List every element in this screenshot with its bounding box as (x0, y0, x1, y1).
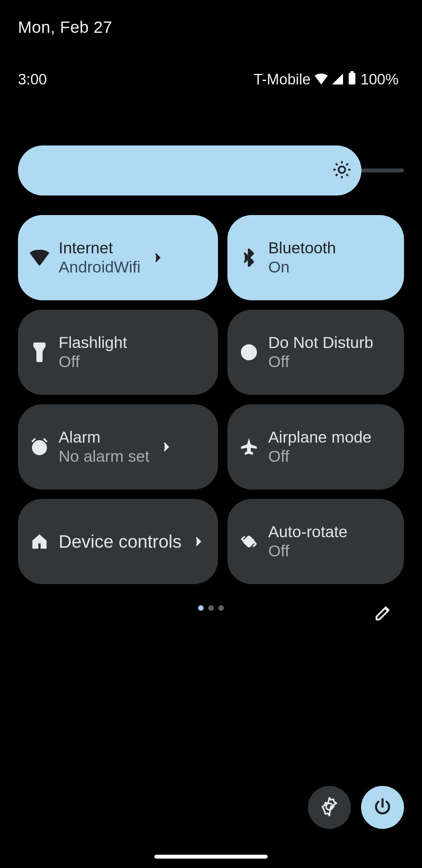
wifi-icon (28, 250, 51, 265)
home-icon (28, 533, 51, 551)
bluetooth-tile[interactable]: Bluetooth On (227, 215, 404, 300)
flashlight-subtitle: Off (59, 353, 127, 371)
dnd-title: Do Not Disturb (268, 334, 373, 352)
bluetooth-title: Bluetooth (268, 239, 336, 257)
page-dots[interactable] (198, 605, 224, 611)
quick-settings-grid: Internet AndroidWifi Bluetooth On Flashl… (18, 215, 404, 584)
power-icon (373, 797, 392, 818)
airplane-subtitle: Off (268, 447, 371, 466)
device-controls-tile[interactable]: Device controls (18, 499, 218, 584)
brightness-icon (333, 160, 351, 181)
auto-rotate-tile[interactable]: Auto-rotate Off (227, 499, 404, 584)
airplane-icon (238, 438, 260, 456)
flashlight-icon (28, 343, 51, 362)
bluetooth-icon (238, 248, 260, 267)
internet-title: Internet (59, 239, 141, 257)
settings-button[interactable] (308, 786, 351, 829)
battery-percent: 100% (361, 71, 399, 88)
clock-time: 3:00 (18, 71, 47, 88)
svg-point-12 (39, 353, 41, 355)
internet-tile[interactable]: Internet AndroidWifi (18, 215, 218, 300)
page-dot-3 (218, 605, 224, 611)
pencil-icon (374, 604, 392, 623)
brightness-slider[interactable] (18, 145, 404, 195)
dnd-tile[interactable]: Do Not Disturb Off (227, 310, 404, 395)
svg-rect-0 (349, 73, 355, 84)
svg-rect-11 (34, 343, 45, 347)
flashlight-tile[interactable]: Flashlight Off (18, 310, 218, 395)
auto-rotate-title: Auto-rotate (268, 523, 347, 541)
alarm-title: Alarm (59, 428, 149, 447)
cellular-status-icon (332, 71, 343, 88)
edit-tiles-button[interactable] (372, 603, 394, 625)
battery-status-icon (347, 71, 357, 88)
power-button[interactable] (361, 786, 404, 829)
status-right-cluster: T-Mobile 100% (254, 71, 399, 88)
airplane-title: Airplane mode (268, 428, 371, 447)
page-dot-2 (208, 605, 214, 611)
do-not-disturb-icon (238, 344, 260, 361)
gesture-nav-bar[interactable] (154, 855, 268, 859)
auto-rotate-subtitle: Off (268, 542, 347, 560)
airplane-mode-tile[interactable]: Airplane mode Off (227, 404, 404, 490)
chevron-right-icon[interactable] (157, 441, 176, 452)
device-controls-title: Device controls (59, 531, 181, 552)
dnd-subtitle: Off (268, 353, 373, 371)
svg-line-10 (347, 163, 348, 165)
flashlight-title: Flashlight (59, 334, 127, 352)
alarm-icon (28, 438, 51, 456)
gear-icon (320, 797, 339, 818)
pager-row (0, 605, 422, 629)
auto-rotate-icon (238, 532, 260, 551)
date-label: Mon, Feb 27 (18, 18, 112, 37)
svg-line-9 (336, 174, 338, 176)
footer-actions (308, 786, 404, 829)
page-dot-1 (198, 605, 204, 611)
svg-line-8 (347, 174, 348, 176)
carrier-label: T-Mobile (254, 71, 311, 88)
bluetooth-subtitle: On (268, 258, 336, 276)
svg-point-2 (339, 167, 345, 173)
chevron-right-icon[interactable] (189, 536, 208, 547)
wifi-status-icon (315, 71, 328, 88)
brightness-fill (18, 145, 361, 195)
svg-rect-1 (350, 71, 354, 74)
status-bar: 3:00 T-Mobile 100% (0, 70, 422, 88)
alarm-subtitle: No alarm set (59, 447, 149, 466)
svg-line-7 (336, 163, 338, 165)
brightness-track (18, 169, 404, 172)
alarm-tile[interactable]: Alarm No alarm set (18, 404, 218, 490)
chevron-right-icon[interactable] (148, 252, 167, 263)
internet-subtitle: AndroidWifi (59, 258, 141, 276)
